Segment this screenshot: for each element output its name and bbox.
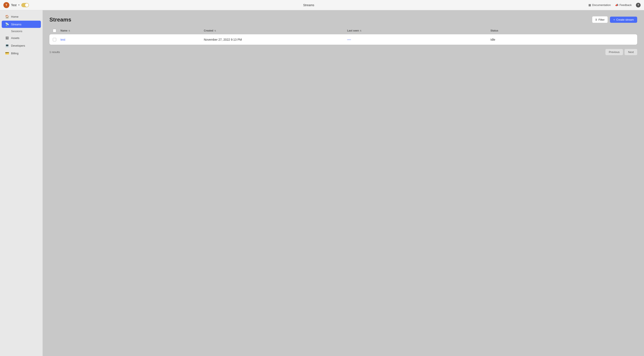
filter-icon: ⧖	[595, 18, 597, 21]
sidebar-item-streams[interactable]: 📡 Streams	[2, 21, 41, 28]
content-actions: ⧖ Filter + Create stream	[592, 16, 637, 23]
previous-button[interactable]: Previous	[606, 49, 623, 55]
chevron-down-icon[interactable]: ▾	[18, 4, 20, 6]
row-created: November 27, 2022 9:13 PM	[204, 38, 347, 41]
app-name-label[interactable]: Test	[11, 4, 16, 7]
pagination: 1 results Previous Next	[50, 49, 637, 55]
col-header-status: Status	[490, 29, 634, 32]
row-last-seen: —	[347, 37, 490, 42]
billing-icon: 💳	[5, 51, 9, 55]
sidebar-item-billing[interactable]: 💳 Billing	[2, 50, 41, 57]
pagination-buttons: Previous Next	[606, 49, 637, 55]
topbar-right: ▦ Documentation 📣 Feedback ?	[588, 3, 640, 8]
topbar-page-title: Streams	[303, 4, 314, 7]
theme-toggle[interactable]	[21, 3, 29, 7]
megaphone-icon: 📣	[615, 4, 618, 6]
select-all-checkbox-header[interactable]	[53, 29, 60, 32]
main-layout: 🏠 Home 📡 Streams Sessions 🖼 Assets 💻 Dev…	[0, 10, 644, 356]
col-header-last-seen[interactable]: Last seen ⇅	[347, 29, 490, 32]
documentation-link[interactable]: ▦ Documentation	[588, 4, 610, 6]
sidebar-item-sessions[interactable]: Sessions	[2, 28, 41, 34]
avatar: T	[4, 2, 9, 8]
table-row: test November 27, 2022 9:13 PM — Idle	[50, 34, 637, 45]
streams-table: Name ⇅ Created ⇅ Last seen ⇅ Status	[50, 27, 637, 45]
sidebar-item-label: Billing	[11, 52, 18, 55]
content-area: Streams ⧖ Filter + Create stream Name	[42, 10, 644, 356]
sidebar-item-developers[interactable]: 💻 Developers	[2, 42, 41, 49]
sessions-label: Sessions	[11, 30, 22, 33]
home-icon: 🏠	[5, 15, 9, 18]
book-icon: ▦	[588, 4, 591, 6]
col-header-name[interactable]: Name ⇅	[60, 29, 204, 32]
sidebar-item-label: Developers	[11, 44, 25, 47]
help-button[interactable]: ?	[636, 3, 640, 8]
page-title: Streams	[50, 16, 71, 23]
developers-icon: 💻	[5, 44, 9, 48]
table-header: Name ⇅ Created ⇅ Last seen ⇅ Status	[50, 27, 637, 34]
row-name[interactable]: test	[60, 38, 204, 41]
plus-icon: +	[613, 18, 615, 21]
sort-icon-created: ⇅	[214, 30, 216, 32]
content-header: Streams ⧖ Filter + Create stream	[50, 16, 637, 23]
assets-icon: 🖼	[5, 36, 9, 40]
results-count: 1 results	[50, 50, 60, 54]
sidebar-item-assets[interactable]: 🖼 Assets	[2, 34, 41, 42]
create-stream-button[interactable]: + Create stream	[610, 16, 637, 23]
col-header-created[interactable]: Created ⇅	[204, 29, 347, 32]
sort-icon-last-seen: ⇅	[360, 30, 362, 32]
topbar: T Test ▾ Streams ▦ Documentation 📣 Feedb…	[0, 0, 644, 10]
streams-icon: 📡	[5, 22, 9, 26]
filter-button[interactable]: ⧖ Filter	[592, 16, 608, 23]
feedback-link[interactable]: 📣 Feedback	[615, 4, 632, 6]
row-checkbox[interactable]	[53, 38, 60, 41]
sidebar-item-home[interactable]: 🏠 Home	[2, 13, 41, 20]
next-button[interactable]: Next	[624, 49, 637, 55]
sidebar-item-label: Home	[11, 15, 18, 18]
sidebar-item-label: Assets	[11, 36, 20, 40]
sidebar-item-label: Streams	[11, 23, 21, 26]
sort-icon-name: ⇅	[68, 30, 70, 32]
row-status: Idle	[490, 38, 634, 41]
topbar-left: T Test ▾	[4, 2, 29, 8]
sidebar: 🏠 Home 📡 Streams Sessions 🖼 Assets 💻 Dev…	[0, 10, 42, 356]
